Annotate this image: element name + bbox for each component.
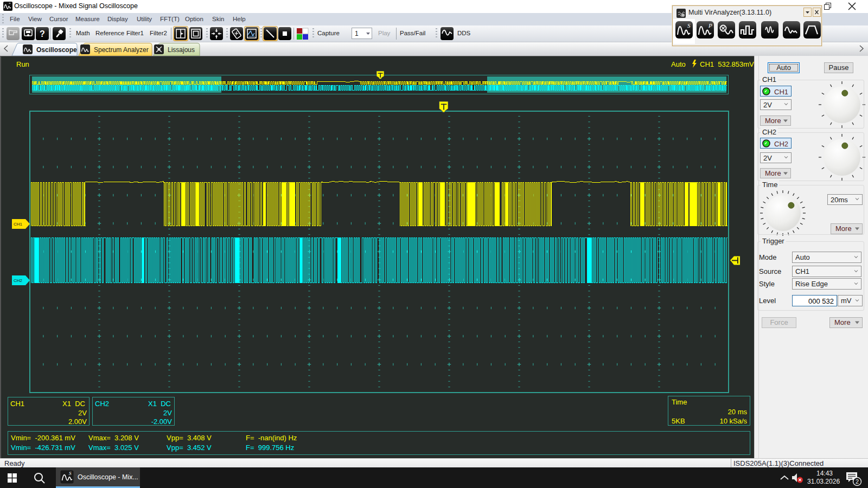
svg-text:S: S [687,22,691,29]
svg-text:CH1: CH1 [14,222,23,227]
svg-text:?: ? [40,29,45,38]
svg-text:2: 2 [856,478,859,485]
svg-text:P: P [708,22,712,29]
svg-text:S: S [69,471,72,476]
svg-text:CH2: CH2 [14,278,23,283]
